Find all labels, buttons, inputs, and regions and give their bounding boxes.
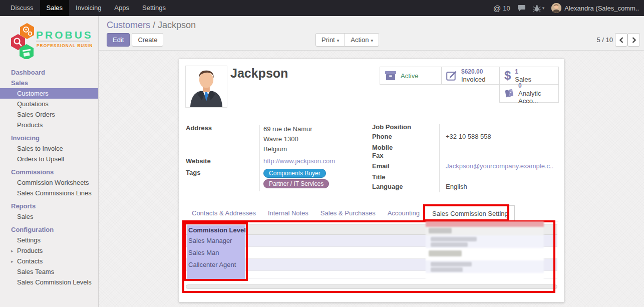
chat-icon[interactable] — [517, 5, 526, 12]
expand-arrow-icon: ▸ — [11, 246, 17, 256]
customer-name: Jackpson — [230, 66, 288, 81]
pager-prev-button[interactable] — [615, 33, 627, 47]
tag-partner-it-services: Partner / IT Services — [263, 179, 329, 188]
svg-text:PROFESSIONAL BUSINESS: PROFESSIONAL BUSINESS — [37, 43, 92, 48]
user-avatar — [551, 3, 561, 13]
language-value: English — [439, 181, 558, 192]
app-window: Discuss Sales Invoicing Apps Settings @ … — [0, 0, 644, 307]
analytic-value: 0 — [518, 82, 558, 90]
sidebar-item-config-contacts[interactable]: ▸Contacts — [0, 256, 98, 266]
address-line2: Wavre 1300 — [263, 134, 369, 144]
stat-button-active[interactable]: Active — [380, 67, 442, 85]
tab-internal-notes[interactable]: Internal Notes — [262, 205, 314, 221]
sidebar-item-sales-to-invoice[interactable]: Sales to Invoice — [0, 143, 98, 154]
sidebar-item-sales-orders[interactable]: Sales Orders — [0, 109, 98, 120]
tag-components-buyer: Components Buyer — [263, 169, 326, 178]
at-icon: @ — [493, 4, 501, 13]
table-row-sales-man[interactable]: Sales Man — [186, 247, 557, 259]
address-line1: 69 rue de Namur — [263, 124, 369, 134]
caret-down-icon: ▾ — [542, 6, 545, 11]
menu-discuss[interactable]: Discuss — [4, 0, 40, 16]
sidebar-item-dashboard[interactable]: Dashboard — [0, 67, 98, 78]
field-label-address: Address — [186, 124, 257, 154]
field-label-mobile: Mobile — [372, 144, 439, 152]
app-logo: PROBUSE PROFESSIONAL BUSINESS — [7, 22, 92, 59]
create-button[interactable]: Create — [132, 33, 163, 47]
title-value — [439, 173, 558, 181]
email-link[interactable]: Jackpson@yourcompany.example.c.. — [446, 162, 553, 170]
sidebar: PROBUSE PROFESSIONAL BUSINESS Dashboard … — [0, 16, 99, 307]
address-line3: Belgium — [263, 144, 369, 154]
pager-next-button[interactable] — [627, 33, 640, 47]
mobile-value — [439, 144, 558, 152]
sales-count-value: 1 — [515, 68, 531, 76]
control-panel: Customers / Jackpson Edit Create Print▾ … — [99, 16, 644, 51]
sidebar-item-products[interactable]: Products — [0, 120, 98, 130]
sidebar-item-settings[interactable]: Settings — [0, 235, 98, 245]
menu-sales[interactable]: Sales — [40, 0, 70, 16]
invoiced-value: $620.00 — [461, 68, 485, 76]
book-icon — [504, 89, 514, 99]
chevron-left-icon — [619, 37, 623, 43]
caret-down-icon: ▾ — [371, 38, 373, 43]
sidebar-item-sales-commissions-lines[interactable]: Sales Commissions Lines — [0, 188, 98, 198]
breadcrumb-separator: / — [153, 20, 158, 30]
sidebar-section-configuration[interactable]: Configuration — [0, 224, 98, 235]
field-label-title: Title — [372, 173, 439, 181]
active-label: Active — [401, 72, 418, 80]
sidebar-section-invoicing[interactable]: Invoicing — [0, 133, 98, 143]
tab-sales-commission-setting[interactable]: Sales Commission Setting — [426, 205, 515, 221]
horizontal-scrollbar[interactable] — [186, 284, 557, 289]
action-button[interactable]: Action▾ — [345, 33, 379, 47]
menu-invoicing[interactable]: Invoicing — [69, 0, 108, 16]
invoiced-label: Invoiced — [461, 76, 485, 83]
sidebar-item-customers[interactable]: Customers — [0, 88, 98, 99]
sidebar-item-sales-teams[interactable]: Sales Teams — [0, 266, 98, 277]
top-menu-list: Discuss Sales Invoicing Apps Settings — [0, 0, 172, 16]
caret-down-icon: ▾ — [337, 38, 340, 43]
bug-icon[interactable]: ▾ — [533, 5, 545, 12]
field-label-fax: Fax — [372, 152, 439, 160]
menu-apps[interactable]: Apps — [108, 0, 136, 16]
stat-button-analytic[interactable]: 0Analytic Acco... — [499, 84, 559, 103]
table-row-sales-manager[interactable]: Sales Manager — [186, 235, 557, 247]
logo-title: PROBUSE — [36, 29, 92, 41]
field-label-language: Language — [372, 181, 439, 192]
expand-arrow-icon: ▸ — [11, 256, 17, 267]
content-area: Jackpson Active $620.00Invoiced $ 1Sales — [99, 51, 644, 307]
tab-accounting[interactable]: Accounting — [382, 205, 426, 221]
menu-settings[interactable]: Settings — [136, 0, 172, 16]
sidebar-item-config-products[interactable]: ▸Products — [0, 245, 98, 256]
breadcrumb: Customers / Jackpson — [107, 20, 196, 31]
user-name: Alexandra (Sales_comm.. — [564, 5, 639, 12]
table-header-commission-level[interactable]: Commission Level — [186, 225, 557, 235]
sidebar-item-reports-sales[interactable]: Sales — [0, 211, 98, 222]
tab-sales-purchases[interactable]: Sales & Purchases — [314, 205, 382, 221]
sidebar-section-sales[interactable]: Sales — [0, 78, 98, 88]
mention-counter[interactable]: @ 10 — [493, 4, 510, 13]
user-menu[interactable]: Alexandra (Sales_comm.. — [551, 3, 639, 13]
breadcrumb-customers-link[interactable]: Customers — [107, 20, 150, 30]
pager-count: 5 / 10 — [596, 36, 613, 44]
customer-form-sheet: Jackpson Active $620.00Invoiced $ 1Sales — [179, 59, 564, 302]
print-button[interactable]: Print▾ — [315, 33, 345, 47]
sidebar-item-commission-worksheets[interactable]: Commission Worksheets — [0, 177, 98, 188]
stat-button-invoiced[interactable]: $620.00Invoiced — [441, 67, 500, 85]
tab-contacts-addresses[interactable]: Contacts & Addresses — [186, 205, 262, 221]
table-header-row: Commission Level — [186, 224, 557, 235]
analytic-label: Analytic Acco... — [518, 90, 541, 105]
table-row-callcenter-agent[interactable]: Callcenter Agent — [186, 259, 557, 271]
edit-button[interactable]: Edit — [107, 33, 130, 47]
chevron-right-icon — [632, 37, 636, 43]
edit-icon — [446, 71, 457, 81]
sidebar-item-quotations[interactable]: Quotations — [0, 99, 98, 109]
sidebar-section-commissions[interactable]: Commissions — [0, 167, 98, 177]
website-link[interactable]: http://www.jackpson.com — [263, 157, 335, 165]
commission-table: Commission Level Sales Manager Sales Man… — [186, 224, 557, 278]
customer-avatar — [185, 66, 227, 108]
top-menubar: Discuss Sales Invoicing Apps Settings @ … — [0, 0, 644, 16]
sidebar-section-reports[interactable]: Reports — [0, 201, 98, 211]
sidebar-item-orders-to-upsell[interactable]: Orders to Upsell — [0, 154, 98, 164]
mention-count: 10 — [503, 5, 510, 12]
sidebar-item-sales-commission-levels[interactable]: Sales Commission Levels — [0, 277, 98, 287]
